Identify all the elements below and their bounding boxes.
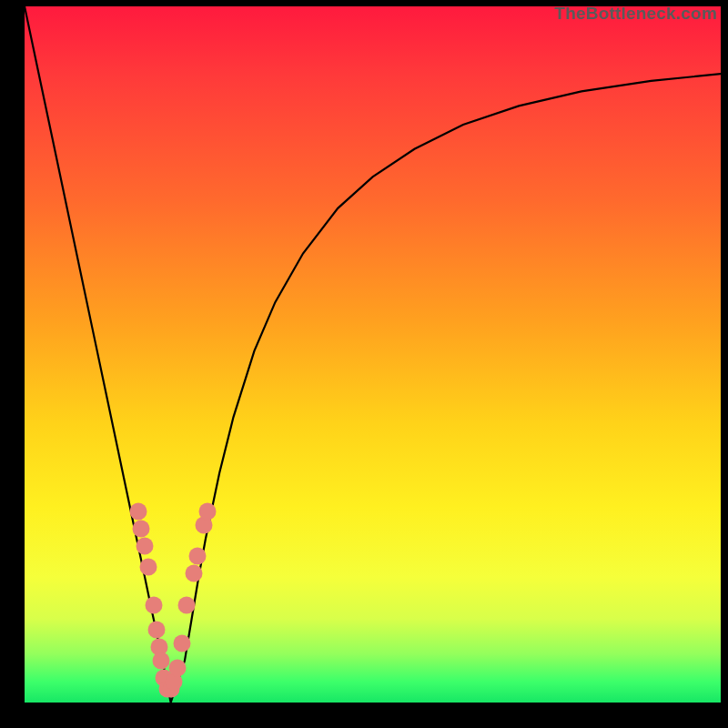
data-marker xyxy=(132,520,149,537)
data-marker xyxy=(140,558,157,575)
data-marker xyxy=(169,659,187,676)
data-marker xyxy=(146,596,163,613)
plot-area: TheBottleneck.com xyxy=(25,6,721,703)
data-marker xyxy=(136,537,153,554)
data-marker xyxy=(199,502,217,520)
data-marker xyxy=(188,548,206,565)
data-marker xyxy=(178,596,196,613)
data-marker xyxy=(152,652,169,670)
data-marker xyxy=(185,565,202,582)
data-marker xyxy=(173,634,190,652)
chart-frame: TheBottleneck.com xyxy=(0,0,728,728)
data-marker xyxy=(148,621,166,638)
curve-layer xyxy=(25,6,721,703)
data-marker xyxy=(129,502,147,520)
attribution-text: TheBottleneck.com xyxy=(554,4,717,24)
bottleneck-curve xyxy=(25,6,721,703)
